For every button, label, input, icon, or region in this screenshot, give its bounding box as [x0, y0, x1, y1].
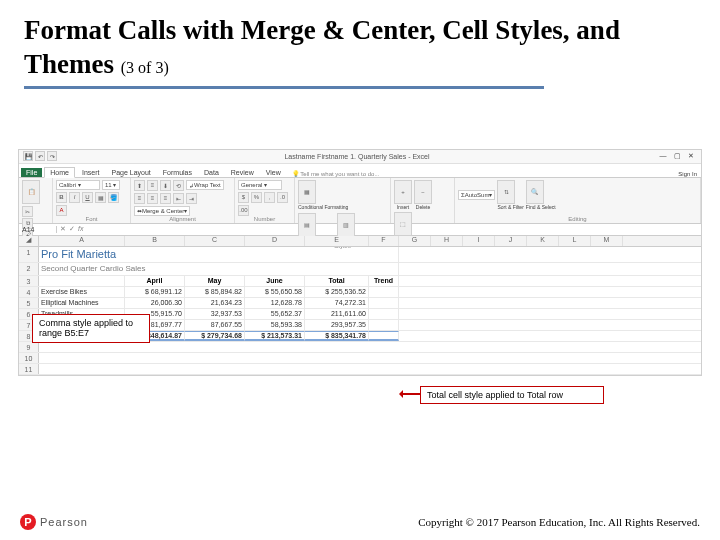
format-cells-icon[interactable]: ⬚ [394, 212, 412, 236]
data-cell[interactable]: 87,667.55 [185, 320, 245, 330]
col-header[interactable]: K [527, 236, 559, 246]
row-header[interactable]: 9 [19, 342, 39, 352]
find-select-icon[interactable]: 🔍 [526, 180, 544, 204]
enter-formula-icon[interactable]: ✓ [69, 225, 75, 233]
data-cell[interactable]: 211,611.60 [305, 309, 369, 319]
undo-icon[interactable]: ↶ [35, 151, 45, 161]
col-header[interactable]: C [185, 236, 245, 246]
percent-icon[interactable]: % [251, 192, 262, 203]
tell-me[interactable]: 💡 Tell me what you want to do... [292, 170, 380, 177]
col-header[interactable]: E [305, 236, 369, 246]
merge-center-button[interactable]: ⬌ Merge & Center ▾ [134, 206, 190, 216]
align-top-icon[interactable]: ⬆ [134, 180, 145, 191]
maximize-icon[interactable]: ▢ [671, 152, 683, 160]
comma-icon[interactable]: , [264, 192, 275, 203]
data-cell[interactable] [369, 320, 399, 330]
data-cell[interactable]: 74,272.31 [305, 298, 369, 308]
col-header[interactable]: L [559, 236, 591, 246]
data-cell[interactable]: 12,628.78 [245, 298, 305, 308]
conditional-formatting-icon[interactable]: ▦ [298, 180, 316, 204]
align-right-icon[interactable]: ≡ [160, 193, 171, 204]
row-header[interactable]: 11 [19, 364, 39, 374]
data-cell[interactable]: 26,006.30 [125, 298, 185, 308]
fx-icon[interactable]: fx [78, 225, 83, 233]
font-color-icon[interactable]: A [56, 205, 67, 216]
tab-insert[interactable]: Insert [77, 168, 105, 177]
align-middle-icon[interactable]: ≡ [147, 180, 158, 191]
close-icon[interactable]: ✕ [685, 152, 697, 160]
name-box[interactable]: A14 [19, 226, 57, 233]
indent-inc-icon[interactable]: ⇥ [186, 193, 197, 204]
data-cell[interactable]: 55,652.37 [245, 309, 305, 319]
row-header[interactable]: 3 [19, 276, 39, 286]
tab-formulas[interactable]: Formulas [158, 168, 197, 177]
delete-cells-icon[interactable]: − [414, 180, 432, 204]
data-cell[interactable] [369, 287, 399, 297]
tab-data[interactable]: Data [199, 168, 224, 177]
align-bottom-icon[interactable]: ⬇ [160, 180, 171, 191]
col-header[interactable]: B [125, 236, 185, 246]
col-header[interactable]: A [39, 236, 125, 246]
currency-icon[interactable]: $ [238, 192, 249, 203]
data-cell[interactable]: 293,957.35 [305, 320, 369, 330]
col-header[interactable]: I [463, 236, 495, 246]
col-header[interactable]: F [369, 236, 399, 246]
format-as-table-icon[interactable]: ▤ [298, 213, 316, 237]
row-header[interactable]: 2 [19, 263, 39, 275]
data-cell[interactable] [369, 298, 399, 308]
col-header[interactable]: J [495, 236, 527, 246]
font-size-select[interactable]: 11 ▾ [102, 180, 120, 190]
table-header[interactable]: Total [305, 276, 369, 286]
tab-view[interactable]: View [261, 168, 286, 177]
data-cell[interactable]: $ 85,894.82 [185, 287, 245, 297]
align-left-icon[interactable]: ≡ [134, 193, 145, 204]
wrap-text-button[interactable]: ↲ Wrap Text [186, 180, 224, 190]
col-header[interactable]: D [245, 236, 305, 246]
table-header[interactable]: Trend [369, 276, 399, 286]
italic-icon[interactable]: I [69, 192, 80, 203]
col-header[interactable]: G [399, 236, 431, 246]
save-icon[interactable]: 💾 [23, 151, 33, 161]
row-header[interactable]: 4 [19, 287, 39, 297]
decrease-decimal-icon[interactable]: .00 [238, 205, 249, 216]
underline-icon[interactable]: U [82, 192, 93, 203]
sign-in-link[interactable]: Sign In [674, 171, 701, 177]
data-cell[interactable]: $ 68,991.12 [125, 287, 185, 297]
row-header[interactable]: 1 [19, 247, 39, 262]
row-label[interactable]: Elliptical Machines [39, 298, 125, 308]
select-all-corner[interactable]: ◢ [19, 236, 39, 246]
minimize-icon[interactable]: — [657, 152, 669, 160]
row-header[interactable]: 5 [19, 298, 39, 308]
autosum-button[interactable]: Σ AutoSum ▾ [458, 190, 495, 200]
total-cell[interactable] [369, 331, 399, 341]
tab-page-layout[interactable]: Page Layout [106, 168, 155, 177]
indent-dec-icon[interactable]: ⇤ [173, 193, 184, 204]
font-family-select[interactable]: Calibri ▾ [56, 180, 100, 190]
row-header[interactable]: 10 [19, 353, 39, 363]
table-header[interactable]: April [125, 276, 185, 286]
increase-decimal-icon[interactable]: .0 [277, 192, 288, 203]
sort-filter-icon[interactable]: ⇅ [497, 180, 515, 204]
table-header[interactable]: June [245, 276, 305, 286]
col-header[interactable]: M [591, 236, 623, 246]
total-cell[interactable]: $ 213,573.31 [245, 331, 305, 341]
sheet-subtitle-cell[interactable]: Second Quarter Cardio Sales [39, 263, 399, 275]
cell-styles-icon[interactable]: ▥ [337, 213, 355, 237]
border-icon[interactable]: ▦ [95, 192, 106, 203]
cut-icon[interactable]: ✂ [22, 206, 33, 217]
total-cell[interactable]: $ 279,734.68 [185, 331, 245, 341]
cancel-formula-icon[interactable]: ✕ [60, 225, 66, 233]
tab-review[interactable]: Review [226, 168, 259, 177]
data-cell[interactable]: 21,634.23 [185, 298, 245, 308]
tab-file[interactable]: File [21, 168, 42, 177]
row-label[interactable]: Exercise Bikes [39, 287, 125, 297]
data-cell[interactable]: $ 55,650.58 [245, 287, 305, 297]
align-center-icon[interactable]: ≡ [147, 193, 158, 204]
paste-icon[interactable]: 📋 [22, 180, 40, 204]
redo-icon[interactable]: ↷ [47, 151, 57, 161]
tab-home[interactable]: Home [44, 167, 75, 178]
data-cell[interactable]: 58,593.38 [245, 320, 305, 330]
orientation-icon[interactable]: ⟲ [173, 180, 184, 191]
data-cell[interactable] [369, 309, 399, 319]
col-header[interactable]: H [431, 236, 463, 246]
